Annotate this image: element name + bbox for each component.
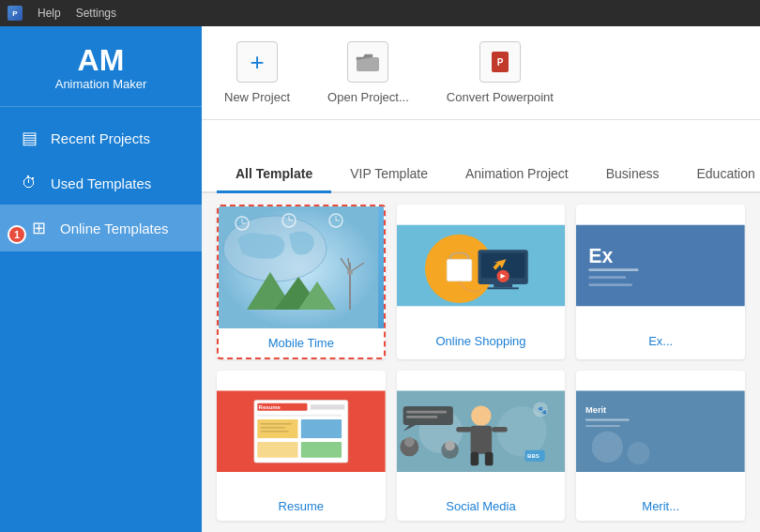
sidebar-item-online-templates[interactable]: 1 ⊞ Online Templates: [0, 205, 202, 251]
template-label-mobile-time: Mobile Time: [219, 328, 384, 357]
logo-subtitle: Animation Maker: [55, 77, 147, 91]
convert-ppt-label: Convert Powerpoint: [447, 90, 554, 104]
open-project-button[interactable]: Open Project...: [327, 41, 409, 104]
template-card-online-shopping[interactable]: Online Shopping: [397, 205, 566, 358]
template-label-merit: Merit...: [576, 492, 745, 521]
tab-education[interactable]: Education: [678, 155, 761, 193]
svg-rect-60: [406, 410, 447, 413]
template-card-merit[interactable]: Merit Merit...: [576, 371, 745, 521]
svg-rect-58: [403, 406, 452, 425]
svg-rect-35: [589, 283, 633, 286]
svg-point-69: [445, 440, 455, 450]
svg-rect-45: [301, 442, 342, 458]
sidebar-item-label-online: Online Templates: [60, 220, 169, 236]
template-label-online-shopping: Online Shopping: [397, 327, 566, 356]
sidebar-item-used-templates[interactable]: ⏱ Used Templates: [0, 161, 202, 205]
svg-text:🐾: 🐾: [538, 404, 547, 414]
svg-rect-40: [311, 404, 345, 409]
recent-projects-icon: ▤: [19, 128, 39, 148]
svg-rect-43: [301, 419, 342, 438]
svg-rect-33: [589, 268, 639, 271]
svg-rect-73: [585, 425, 620, 427]
svg-point-63: [404, 436, 415, 447]
svg-rect-44: [257, 442, 297, 458]
template-thumb-merit: Merit: [576, 371, 745, 492]
open-project-icon: [347, 41, 388, 83]
convert-ppt-icon: P: [479, 41, 521, 83]
logo-am: AM: [78, 45, 125, 75]
template-card-resume[interactable]: Resume Resume: [217, 371, 386, 521]
template-thumb-resume: Resume: [217, 371, 386, 492]
template-grid: Mobile Time: [202, 193, 760, 532]
template-thumb-mobile-time: [219, 206, 384, 327]
tab-animation-project[interactable]: Animation Project: [447, 155, 587, 193]
new-project-label: New Project: [224, 90, 290, 104]
svg-rect-53: [470, 425, 492, 453]
template-label-social: Social Media: [397, 492, 566, 521]
template-label-resume: Resume: [217, 492, 386, 521]
svg-rect-55: [492, 427, 508, 432]
svg-rect-28: [487, 287, 518, 289]
template-thumb-ex: Ex: [576, 205, 745, 327]
open-project-label: Open Project...: [327, 90, 409, 104]
svg-point-12: [347, 269, 353, 275]
sidebar-item-recent-projects[interactable]: ▤ Recent Projects: [0, 114, 202, 161]
svg-rect-72: [585, 418, 630, 420]
svg-rect-57: [484, 451, 493, 465]
svg-rect-56: [470, 451, 479, 465]
svg-text:Ex: Ex: [589, 245, 614, 267]
sidebar-item-label-used: Used Templates: [51, 175, 151, 191]
used-templates-icon: ⏱: [19, 175, 39, 191]
svg-text:P: P: [497, 57, 504, 68]
online-templates-icon: ⊞: [28, 218, 49, 238]
convert-ppt-button[interactable]: P Convert Powerpoint: [447, 41, 554, 104]
svg-rect-34: [589, 276, 627, 279]
app-icon: P: [8, 6, 23, 21]
svg-rect-24: [447, 259, 472, 281]
svg-rect-47: [261, 427, 286, 428]
help-menu[interactable]: Help: [38, 7, 61, 20]
annotation-badge-1: 1: [8, 225, 26, 244]
template-thumb-social: 🐾 BBS: [397, 371, 566, 492]
sidebar-logo: AM Animation Maker: [0, 26, 202, 107]
svg-point-74: [592, 431, 623, 462]
svg-text:Resume: Resume: [259, 404, 281, 410]
new-project-icon: +: [236, 41, 278, 83]
svg-rect-54: [456, 427, 472, 432]
svg-rect-61: [406, 416, 437, 418]
svg-rect-27: [494, 284, 512, 287]
tabs-bar: All Template VIP Template Animation Proj…: [202, 120, 760, 193]
settings-menu[interactable]: Settings: [76, 7, 116, 20]
svg-point-52: [471, 405, 491, 425]
tab-vip-template[interactable]: VIP Template: [331, 155, 447, 193]
svg-rect-48: [261, 431, 289, 432]
menubar: P Help Settings: [0, 0, 760, 26]
template-label-ex: Ex...: [576, 327, 745, 356]
sidebar-item-label-recent: Recent Projects: [51, 130, 150, 146]
new-project-button[interactable]: + New Project: [224, 41, 290, 104]
svg-rect-41: [257, 414, 342, 416]
template-card-ex[interactable]: Ex Ex...: [576, 205, 745, 358]
action-bar: + New Project Open Project... P: [202, 26, 760, 120]
svg-rect-42: [257, 419, 297, 438]
svg-point-75: [628, 442, 650, 464]
svg-text:Merit: Merit: [585, 404, 606, 414]
main-layout: AM Animation Maker ▤ Recent Projects ⏱ U…: [0, 26, 760, 532]
template-thumb-online-shopping: [397, 205, 566, 327]
tab-business[interactable]: Business: [587, 155, 678, 193]
content-area: + New Project Open Project... P: [202, 26, 760, 532]
tab-all-template[interactable]: All Template: [217, 155, 331, 193]
template-card-mobile-time[interactable]: Mobile Time: [217, 205, 386, 358]
svg-text:BBS: BBS: [527, 453, 540, 459]
svg-rect-46: [261, 423, 292, 424]
template-card-social[interactable]: 🐾 BBS Social Media: [397, 371, 566, 521]
sidebar: AM Animation Maker ▤ Recent Projects ⏱ U…: [0, 26, 202, 532]
